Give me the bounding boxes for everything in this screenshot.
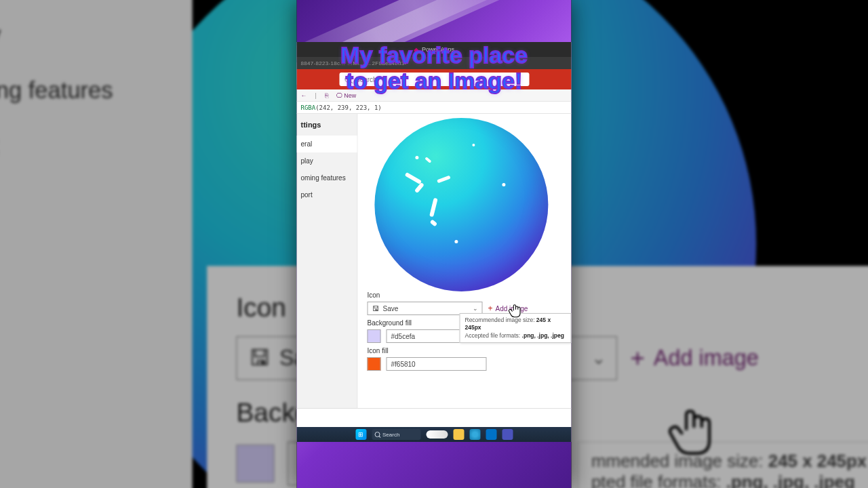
orb-graphic [374,118,548,291]
settings-heading: ttings [297,114,357,136]
bg-add-image-link: + Add image [630,344,758,372]
cursor-hand-icon-bg [669,402,720,466]
save-icon: 🖫 [249,346,271,371]
bg-tooltip: mmended image size: 245 x 245px pted fil… [577,442,868,488]
chevron-down-icon: ⌄ [473,305,478,312]
sidebar-item-support[interactable]: port [297,186,357,203]
save-icon: 🖫 [372,305,379,312]
data-icon[interactable]: ⎘ [325,92,328,99]
cursor-hand-icon [509,302,524,323]
bg-sidebar-item: eral [0,0,193,7]
start-button[interactable]: ⊞ [355,429,366,440]
bg-settings-sidebar: eral play oming features port [0,0,193,488]
plus-icon: + [488,304,493,313]
settings-main: Icon 🖫Save ⌄ + Add image Background [358,114,572,408]
teams-icon[interactable] [502,429,513,440]
bgfill-swatch[interactable] [368,329,381,343]
video-caption: My favorite place to get an Image! [340,42,528,94]
formula-bar[interactable]: RGBA(242, 239, 223, 1) [297,102,572,114]
powerapps-window: ◆ Power Apps 8847-8223-18c… …Mi… …2F8aea… [297,42,572,442]
search-icon [374,432,380,437]
bg-color-swatch [236,445,274,483]
icon-label: Icon [368,291,562,299]
iconfill-label: Icon fill [368,347,562,354]
chevron-down-icon: ⌄ [591,348,606,368]
outlook-icon[interactable] [486,429,496,440]
taskbar-search[interactable]: Search [372,429,420,440]
taskbar-widget[interactable] [426,430,448,439]
back-icon[interactable]: ← [301,92,307,99]
bg-sidebar-item: oming features [0,62,193,118]
sidebar-item-upcoming[interactable]: oming features [297,169,357,186]
settings-sidebar: ttings eral play oming features port [297,114,358,408]
bg-sidebar-item: port [0,118,193,174]
windows-taskbar: ⊞ Search [297,427,572,442]
sidebar-item-general[interactable]: eral [297,136,357,152]
studio-status-bar [297,408,572,427]
iconfill-swatch[interactable] [368,357,381,371]
plus-icon: + [630,344,644,372]
edge-icon[interactable] [469,429,480,440]
explorer-icon[interactable] [453,429,464,440]
sidebar-item-display[interactable]: play [297,152,357,169]
iconfill-hex-input[interactable]: #f65810 [387,357,487,371]
bg-sidebar-item: play [0,7,193,62]
